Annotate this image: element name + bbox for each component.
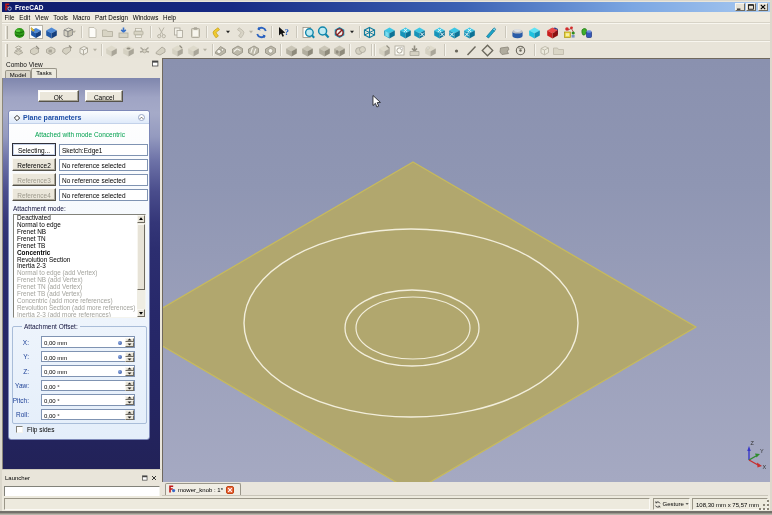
import-icon[interactable] (408, 43, 422, 57)
offset-field[interactable]: 0,00 mm (41, 365, 135, 377)
view-front-icon[interactable] (382, 25, 396, 39)
red-cube-icon[interactable] (545, 25, 559, 39)
light-box-icon[interactable] (538, 43, 552, 57)
light-folder-icon[interactable] (552, 43, 566, 57)
new-solid-icon[interactable] (29, 25, 43, 39)
new-file-icon[interactable] (86, 25, 100, 39)
offset-field[interactable]: 0,00 ° (41, 380, 135, 392)
dropdown-arrow-icon[interactable] (92, 47, 98, 53)
reference-button-1[interactable]: Selecting... (12, 143, 56, 156)
zoom-fit-icon[interactable] (302, 25, 316, 39)
textured-3-icon[interactable] (247, 43, 261, 57)
menu-view[interactable]: View (33, 13, 51, 22)
menu-file[interactable]: File (2, 13, 17, 22)
view-rear-icon[interactable] (432, 25, 446, 39)
spinbox[interactable] (125, 338, 134, 348)
wedge-icon[interactable] (154, 43, 168, 57)
line-icon[interactable] (464, 43, 478, 57)
tab-close-icon[interactable] (226, 486, 234, 494)
box-3d-icon[interactable] (423, 43, 437, 57)
box-circle-icon[interactable] (392, 43, 406, 57)
spinbox[interactable] (125, 352, 134, 362)
shape-pencil2-icon[interactable] (60, 43, 74, 57)
sketch-icon[interactable] (483, 25, 497, 39)
print-icon[interactable] (131, 25, 145, 39)
launcher-close-icon[interactable] (151, 475, 157, 482)
menu-macro[interactable]: Macro (70, 13, 92, 22)
refresh-icon[interactable] (254, 25, 268, 39)
box-outline-icon[interactable] (76, 43, 90, 57)
ok-button[interactable]: OK (38, 90, 79, 102)
cyan-box-icon[interactable] (528, 25, 542, 39)
draw-style-icon[interactable] (333, 25, 347, 39)
spin-down-icon[interactable] (125, 415, 134, 420)
toolbar-handle[interactable] (5, 44, 8, 57)
box-hole2-icon[interactable] (333, 43, 347, 57)
whatsthis-icon[interactable]: ? (276, 25, 290, 39)
spin-down-icon[interactable] (125, 342, 134, 347)
brick-icon[interactable] (104, 43, 118, 57)
view-left-icon[interactable] (462, 25, 476, 39)
launcher-float-icon[interactable] (142, 475, 148, 482)
view-top-icon[interactable] (398, 25, 412, 39)
solid-box-1-icon[interactable] (284, 43, 298, 57)
reference-field-2[interactable]: No reference selected (59, 159, 148, 171)
view-bottom-icon[interactable] (447, 25, 461, 39)
offset-field[interactable]: 0,00 ° (41, 394, 135, 406)
reference-field-1[interactable]: Sketch:Edge1 (59, 144, 148, 156)
spin-down-icon[interactable] (125, 371, 134, 376)
viewport-3d[interactable]: ZYX (162, 58, 770, 483)
float-panel-icon[interactable] (152, 60, 159, 68)
fan-icon[interactable] (138, 43, 152, 57)
offset-field[interactable]: 0,00 ° (41, 409, 135, 421)
scroll-up-icon[interactable] (137, 215, 145, 223)
textured-2-icon[interactable] (230, 43, 244, 57)
pad-icon[interactable] (511, 25, 525, 39)
close-button[interactable] (758, 3, 768, 11)
reference-button-4[interactable]: Reference4 (12, 188, 56, 201)
toolbar-handle[interactable] (5, 26, 8, 39)
blob-icon[interactable] (497, 43, 511, 57)
box-pencil-icon[interactable] (377, 43, 391, 57)
menu-part-design[interactable]: Part Design (93, 13, 131, 22)
plane-icon[interactable] (480, 43, 494, 57)
reference-button-3[interactable]: Reference3 (12, 173, 56, 186)
spinbox[interactable] (125, 381, 134, 391)
solid-face-icon[interactable] (43, 43, 57, 57)
blue-cube-icon[interactable] (44, 25, 58, 39)
sketch-plane[interactable] (163, 162, 696, 483)
spinbox[interactable] (125, 410, 134, 420)
solid-box-2-icon[interactable] (301, 43, 315, 57)
flip-sides-checkbox[interactable] (16, 426, 23, 433)
mode-item[interactable]: Inertia 2-3 (add more references) (15, 312, 133, 318)
menu-edit[interactable]: Edit (17, 13, 33, 22)
zoom-icon[interactable] (317, 25, 331, 39)
shapes-icon[interactable] (580, 25, 594, 39)
menu-tools[interactable]: Tools (51, 13, 70, 22)
sphere-point-icon[interactable] (514, 43, 528, 57)
menu-help[interactable]: Help (161, 13, 179, 22)
solid-box-3-icon[interactable] (317, 43, 331, 57)
box-stack-icon[interactable] (12, 43, 26, 57)
view-right-icon[interactable] (412, 25, 426, 39)
textured-1-icon[interactable] (214, 43, 228, 57)
scroll-down-icon[interactable] (137, 309, 145, 317)
expression-icon[interactable] (118, 355, 122, 359)
attachment-mode-list[interactable]: DeactivatedNormal to edgeFrenet NBFrenet… (13, 214, 146, 318)
pattern-icon[interactable] (563, 25, 577, 39)
box-hole-icon[interactable] (121, 43, 135, 57)
textured-4-icon[interactable] (263, 43, 277, 57)
expression-icon[interactable] (118, 341, 122, 345)
dropdown-arrow-icon[interactable] (202, 47, 208, 53)
plain-box-icon[interactable] (187, 43, 201, 57)
copy-icon[interactable] (171, 25, 185, 39)
list-scrollbar[interactable] (137, 215, 145, 317)
point-icon[interactable] (449, 43, 463, 57)
spinbox[interactable] (125, 396, 134, 406)
spheres-icon[interactable] (353, 43, 367, 57)
redo-icon[interactable] (234, 25, 248, 39)
document-tab[interactable]: mower_knob : 1* (165, 483, 241, 495)
navigation-style-button[interactable]: Gesture (653, 498, 690, 510)
spinbox[interactable] (125, 367, 134, 377)
dropdown-arrow-icon[interactable] (248, 29, 254, 35)
